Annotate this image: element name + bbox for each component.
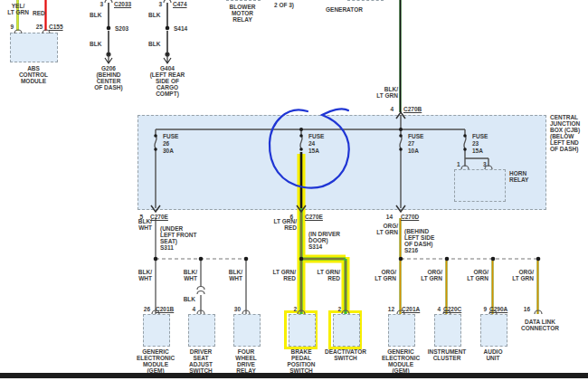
gem-left-label: GENERIC ELECTRONIC MODULE (GEM) xyxy=(132,348,179,374)
fuse-26-number: 26 xyxy=(163,140,169,147)
col4-pin: 2 xyxy=(284,306,297,312)
exit6-wire-label: LT GRN/ RED xyxy=(262,218,297,231)
connector-c2033: C2033 xyxy=(114,1,131,7)
gr-pin: 3 xyxy=(153,1,162,7)
fuse-27-number: 27 xyxy=(408,140,414,147)
connector-c201a: C201A xyxy=(402,306,420,312)
diagram-linework xyxy=(0,0,588,381)
col9-pin: 16 xyxy=(517,306,530,312)
col9-wire-label: ORG/ LT GRN xyxy=(499,269,534,281)
window-bottom-bar xyxy=(0,373,588,378)
fuse-26-name: FUSE xyxy=(163,133,178,139)
col2-inline-wire-label: BLK xyxy=(178,296,195,302)
audio-unit-label: AUDIO UNIT xyxy=(469,348,517,361)
ground-g206-label: G206 (BEHIND CENTER OF DASH) xyxy=(83,65,134,90)
col6-pin: 12 xyxy=(382,306,394,312)
fuse-23-amps: 15A xyxy=(472,148,483,154)
abs-pin-25: 25 xyxy=(33,24,43,30)
wire-label-red: RED xyxy=(33,10,45,16)
cjb-title: CENTRAL JUNCTION BOX (CJB) (BELOW LEFT E… xyxy=(550,114,588,152)
exit6-connector: C270E xyxy=(305,214,323,220)
fuse-27-amps: 10A xyxy=(408,148,419,154)
exit6-note: (IN DRIVER DOOR) S314 xyxy=(308,231,340,250)
ground-symbol-g404 xyxy=(164,52,171,63)
ground-g404-label: G404 (LEFT REAR SIDE OF CARGO COMPT) xyxy=(142,65,193,97)
exit5-connector: C270E xyxy=(150,214,168,220)
feed-pin: 4 xyxy=(384,106,394,112)
gl-wire-bottom: BLK xyxy=(90,41,101,47)
ground-symbol-g206 xyxy=(105,52,112,63)
driver-seat-adjust-switch-label: DRIVER SEAT ADJUST SWITCH xyxy=(177,348,224,374)
exit14-wire-label: ORG/ LT GRN xyxy=(364,223,398,235)
blower-motor-relay-label: BLOWER MOTOR RELAY xyxy=(217,4,268,23)
gr-wire-top: BLK xyxy=(148,12,160,18)
gl-wire-top: BLK xyxy=(90,12,101,18)
col8-pin: 9 xyxy=(474,306,487,312)
horn-relay-label: HORN RELAY xyxy=(509,170,528,183)
connector-c290a: C290A xyxy=(489,306,507,312)
fuse-24-amps: 15A xyxy=(308,148,319,154)
col5-pin: 2 xyxy=(328,306,341,312)
col1-pin: 26 xyxy=(138,306,150,312)
col5-wire-label: LT GRN/ RED xyxy=(306,269,340,281)
exit5-note: (UNDER LEFT FRONT SEAT) S311 xyxy=(160,225,196,251)
col2-pin: 4 xyxy=(183,306,195,312)
fuse-26-amps: 30A xyxy=(163,148,174,154)
col7-wire-label: ORG/ LT GRN xyxy=(408,269,442,281)
horn-pin-3: 3 xyxy=(483,161,487,167)
gem-right-label: GENERIC ELECTRONIC MODULE (GEM) xyxy=(377,348,424,374)
generator-label: GENERATOR xyxy=(326,6,363,13)
data-link-connector-label: DATA LINK CONNECTOR xyxy=(513,319,567,331)
horn-pin-1: 1 xyxy=(457,161,460,167)
partial-label: 2 OF 3) xyxy=(274,2,294,8)
connector-c220c: C220C xyxy=(443,306,461,312)
fuse-23-number: 23 xyxy=(472,140,479,147)
col2-wire-label: BLK/ WHT xyxy=(163,269,197,281)
four-wheel-drive-relay-label: FOUR WHEEL DRIVE RELAY xyxy=(223,348,270,374)
wiring-diagram: YEL/ LT GRN RED 9 25 C155 ABS CONTROL MO… xyxy=(0,0,588,381)
connector-c155: C155 xyxy=(49,24,63,30)
col1-wire-label: BLK/ WHT xyxy=(118,269,152,281)
col7-pin: 4 xyxy=(428,306,441,312)
col3-pin: 30 xyxy=(228,306,241,312)
feed-wire-label: BLK/ LT GRN xyxy=(365,86,398,99)
fuse-27-name: FUSE xyxy=(408,133,423,139)
gl-pin: 3 xyxy=(94,1,103,7)
instrument-cluster-label: INSTRUMENT CLUSTER xyxy=(420,348,474,361)
connector-arcs xyxy=(14,0,542,314)
col4-wire-label: LT GRN/ RED xyxy=(261,269,296,281)
splice-s414: S414 xyxy=(174,25,187,32)
connector-c474: C474 xyxy=(173,1,187,7)
col6-wire-label: ORG/ LT GRN xyxy=(362,269,396,281)
fuse-23-name: FUSE xyxy=(472,133,488,139)
connector-c201b: C201B xyxy=(156,306,174,312)
deactivator-switch-label: DEACTIVATOR SWITCH xyxy=(318,348,373,361)
exit14-pin: 14 xyxy=(380,214,393,220)
fuse-24-name: FUSE xyxy=(308,133,324,139)
abs-module-label: ABS CONTROL MODULE xyxy=(8,65,59,84)
abs-pin-9: 9 xyxy=(5,24,14,30)
col8-wire-label: ORG/ LT GRN xyxy=(454,269,488,281)
boundary-arrows xyxy=(151,112,405,212)
exit14-connector: C270D xyxy=(401,214,419,220)
cjb-bus xyxy=(156,115,488,208)
gr-wire-bottom: BLK xyxy=(148,41,160,47)
connector-c270b: C270B xyxy=(403,106,422,112)
col3-wire-label: BLK/ WHT xyxy=(208,269,242,281)
splice-s203: S203 xyxy=(115,25,128,32)
fuse-24-number: 24 xyxy=(308,140,315,147)
exit14-note: (BEHIND LEFT SIDE OF DASH) S216 xyxy=(404,228,434,253)
exit5-wire-label: BLK/ WHT xyxy=(118,218,152,231)
